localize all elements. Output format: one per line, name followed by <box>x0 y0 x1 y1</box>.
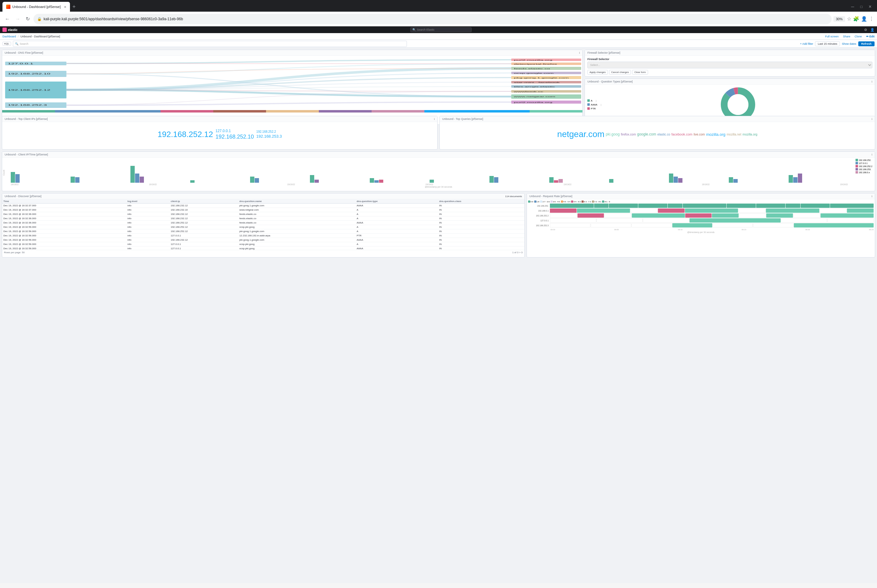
cell-question-name: feeds.elastic.co <box>238 216 355 221</box>
client-ip-127: 127.0.0.1 <box>215 129 254 133</box>
chart-legend: 192.168.252. 127.0.0.1 192.168.252.2 192… <box>856 159 872 174</box>
cancel-changes-btn[interactable]: Cancel changes <box>609 70 631 75</box>
table-row[interactable]: Dec 19, 2022 @ 16:32:56.000 info 127.0.0… <box>2 242 524 246</box>
kql-toggle[interactable]: KQL <box>3 42 11 46</box>
active-tab[interactable]: Unbound - Dashboard [pfSense] × <box>3 2 70 12</box>
table-row[interactable]: Dec 19, 2022 @ 16:32:56.000 info 127.0.0… <box>2 234 524 238</box>
zoom-badge: 30% <box>833 16 845 22</box>
svg-text:ocsp.google.com: ocsp.google.com <box>514 72 554 74</box>
word-google[interactable]: google.com <box>637 132 656 136</box>
word-mozilla-org2[interactable]: mozilla.org <box>743 133 757 136</box>
fullscreen-btn[interactable]: Full screen <box>825 35 839 38</box>
table-row[interactable]: Dec 19, 2022 @ 16:32:56.000 info 127.0.0… <box>2 246 524 250</box>
word-netgear[interactable]: netgear.com <box>557 129 605 139</box>
cell-question-class: IN <box>438 230 524 234</box>
extensions-icon[interactable]: 🧩 <box>853 16 859 22</box>
elastic-logo-text: elastic <box>8 28 18 32</box>
edit-btn[interactable]: ✏ Edit <box>866 35 875 38</box>
heatmap-ip-1: 192.168.252. <box>528 205 550 207</box>
breadcrumb-dashboard[interactable]: Dashboard <box>3 35 16 38</box>
new-tab-button[interactable]: + <box>70 2 78 12</box>
elastic-logo[interactable]: elastic <box>3 28 18 32</box>
cell-question-type: A <box>355 208 438 212</box>
col-question-name[interactable]: dns.question.name <box>238 199 355 204</box>
refresh-button[interactable]: Refresh <box>858 41 875 46</box>
dns-flow-header: Unbound - DNS Flow [pfSense] ℹ <box>2 50 582 56</box>
apply-changes-btn[interactable]: Apply changes <box>587 70 608 75</box>
reload-button[interactable]: ↻ <box>24 14 32 24</box>
word-elastic[interactable]: elastic.co <box>657 133 670 136</box>
svg-text:wwwbook.cc: wwwbook.cc <box>513 90 543 93</box>
word-mozilla-org[interactable]: mozilla.org <box>706 132 725 137</box>
profile-icon[interactable]: 👤 <box>861 16 867 22</box>
word-facebook[interactable]: facebook.com <box>671 132 692 136</box>
table-row[interactable]: Dec 19, 2022 @ 16:32:56.000 info 192.168… <box>2 230 524 234</box>
clone-btn[interactable]: Clone <box>854 35 862 38</box>
search-placeholder: Search Elastic <box>417 28 435 31</box>
top-queries-content: netgear.com pki.goog firefox.com google.… <box>440 122 875 147</box>
close-button[interactable]: × <box>866 2 874 12</box>
cell-question-class: IN <box>438 221 524 225</box>
elastic-search-bar[interactable]: 🔍 Search Elastic <box>410 27 472 32</box>
col-log-level[interactable]: log.level <box>126 199 169 204</box>
discover-panel: Unbound - Discover [pfSense] 114 documen… <box>2 193 525 258</box>
col-question-class[interactable]: dns.question.class <box>438 199 524 204</box>
word-mozilla-net[interactable]: mozilla.net <box>727 133 742 136</box>
bookmark-icon[interactable]: ☆ <box>847 16 851 22</box>
cell-level: info <box>126 204 169 208</box>
address-bar[interactable]: 🔒 kali-purple.kali.purple:5601/app/dashb… <box>33 14 832 24</box>
rows-per-page: Rows per page: 50 <box>4 251 24 254</box>
lock-icon: 🔒 <box>37 17 42 21</box>
cell-question-class: IN <box>438 242 524 246</box>
forward-button[interactable]: → <box>14 14 22 24</box>
back-button[interactable]: ← <box>3 14 12 24</box>
minimize-button[interactable]: ─ <box>848 2 857 12</box>
doc-count: 114 documents <box>505 195 522 198</box>
col-client-ip[interactable]: client.ip <box>169 199 238 204</box>
cell-question-class: IN <box>438 212 524 216</box>
word-pki-goog[interactable]: pki.goog <box>606 132 620 136</box>
tab-close-icon[interactable]: × <box>64 4 66 9</box>
firewall-selector-label: Firewall Selector <box>587 58 872 61</box>
clear-form-btn[interactable]: Clear form <box>632 70 648 75</box>
cell-level: info <box>126 221 169 225</box>
settings-icon[interactable]: ⚙ <box>864 28 867 32</box>
svg-text:pkg-gong.1.google.com: pkg-gong.1.google.com <box>514 76 569 79</box>
word-live[interactable]: live.com <box>693 133 705 136</box>
dns-flow-panel: Unbound - DNS Flow [pfSense] ℹ 127.0.0.1… <box>2 50 583 125</box>
table-row[interactable]: Dec 19, 2022 @ 16:32:37.000 info 192.168… <box>2 204 524 208</box>
show-dates-btn[interactable]: Show dates <box>842 42 856 45</box>
top-client-ips-content: 192.168.252.12 127.0.0.1 192.168.252.10 … <box>2 122 437 147</box>
heatmap-row-2: 192.168.0.1 <box>528 208 874 213</box>
dns-flow-title: Unbound - DNS Flow [pfSense] <box>5 51 43 54</box>
word-firefox[interactable]: firefox.com <box>621 133 636 136</box>
table-row[interactable]: Dec 19, 2022 @ 16:32:36.000 info 192.168… <box>2 216 524 221</box>
menu-icon[interactable]: ⋮ <box>869 16 874 22</box>
col-time[interactable]: Time <box>2 199 126 204</box>
time-range-select[interactable]: Last 15 minutes <box>815 41 840 46</box>
table-row[interactable]: Dec 19, 2022 @ 16:32:37.000 info 192.168… <box>2 208 524 212</box>
add-filter-btn[interactable]: + Add filter <box>800 42 813 45</box>
table-row[interactable]: Dec 19, 2022 @ 16:32:56.000 info 192.168… <box>2 238 524 242</box>
restore-button[interactable]: □ <box>857 2 865 12</box>
row-4: Unbound - Discover [pfSense] 114 documen… <box>2 193 875 258</box>
table-row[interactable]: Dec 19, 2022 @ 16:32:36.000 info 192.168… <box>2 221 524 225</box>
user-icon[interactable]: 👤 <box>870 28 874 32</box>
table-row[interactable]: Dec 19, 2022 @ 16:32:56.000 info 192.168… <box>2 225 524 230</box>
cell-question-class: IN <box>438 208 524 212</box>
table-row[interactable]: Dec 19, 2022 @ 16:32:36.000 info 192.168… <box>2 212 524 216</box>
dashboard-content: Unbound - DNS Flow [pfSense] ℹ 127.0.0.1… <box>0 48 877 583</box>
heatmap-ip-5: 192.168.252.3 <box>528 224 550 226</box>
client-ip-group-small: 192.168.252.2 192.168.253.3 <box>256 130 282 139</box>
kibana-filter-bar: KQL 🔍 Search + Add filter Last 15 minute… <box>0 40 877 48</box>
search-input[interactable]: 🔍 Search <box>13 41 407 47</box>
cell-client-ip: 127.0.0.1 <box>169 242 238 246</box>
cell-question-name: ocsp.pki.goog <box>238 246 355 250</box>
col-question-type[interactable]: dns.question.type <box>355 199 438 204</box>
cell-level: info <box>126 212 169 216</box>
dns-flow-chart: 127.0.0.1 192.168.252.10 192.168.252.12 … <box>3 57 581 112</box>
cell-question-type: A <box>355 212 438 216</box>
share-btn[interactable]: Share <box>843 35 850 38</box>
firewall-selector-select[interactable]: Select... <box>587 62 872 68</box>
top-queries-panel: Unbound - Top Queries [pfSense] ℹ netgea… <box>439 116 875 150</box>
